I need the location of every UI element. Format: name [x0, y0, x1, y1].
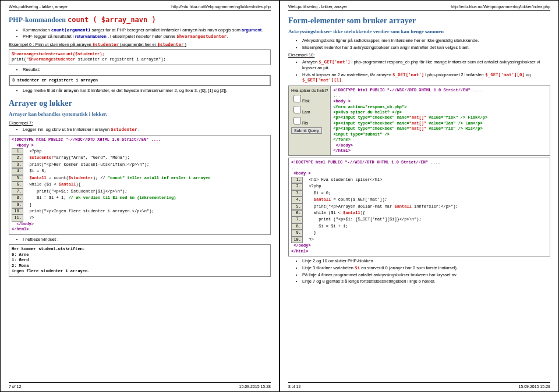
page-7: Web-publisering - løkker, arrayer http:/… — [0, 0, 280, 392]
bullet: På linje 4 finner programmet antallet av… — [302, 272, 550, 278]
bullet: Legg merke til at når arrayen har 3 innf… — [23, 88, 271, 94]
example-6-label: Eksempel 6 : Finn ut størrelsen på array… — [9, 42, 271, 48]
bullet: PHP- legger så resultatet i returvariabe… — [23, 34, 271, 40]
page-header: Web-publisering - løkker, arrayer http:/… — [9, 4, 271, 11]
bullet: Linje 2 og 10 omslutter PHP-blokken — [302, 258, 550, 264]
form-preview: Hva spiser du helst? Fisk Lam Ris Submit… — [289, 86, 331, 155]
section-count-title: PHP-kommandoen count ( $array_navn ) — [9, 16, 271, 25]
checkbox-fisk[interactable] — [293, 95, 301, 102]
output-box: Her kommer student-utskriften: 0: Arne 1… — [9, 244, 271, 276]
page-footer: 7 of 12 15.09.2015 15:28 — [9, 382, 271, 389]
section-form-elements: Form-elementer som bruker arrayer — [288, 16, 550, 26]
subheading: Arrayer kan behandles systematisk i løkk… — [9, 111, 271, 118]
bullet: Eksemplet nedenfor har 3 avkryssingsboks… — [302, 45, 550, 51]
form-and-code: Hva spiser du helst? Fisk Lam Ris Submit… — [288, 85, 550, 156]
page-header: Web-publisering - løkker, arrayer http:/… — [288, 4, 550, 11]
response-code: <!DOCTYPE html PUBLIC "-//W3C//DTD XHTML… — [288, 158, 550, 256]
checkbox-lam[interactable] — [293, 106, 301, 113]
example-10-label: Eksempel 10: — [288, 52, 550, 58]
example-7-label: Eksempel 7: — [9, 120, 271, 126]
checkbox-ris[interactable] — [293, 117, 301, 124]
code-box: $hvormangestudenter=count($studenter); p… — [9, 49, 271, 65]
bullet: Legger inn, og skriv ut tre innførsler i… — [23, 127, 271, 133]
subheading: Avkryssingsbokser- ikke utelukkende verd… — [288, 28, 550, 35]
result-box: 3 studenter er registrert i arrayen — [9, 75, 271, 86]
bullet: Arrayen $_GET['mat'] i php-programmet re… — [302, 59, 550, 71]
section-arrays-loops: Arrayer og løkker — [9, 98, 271, 109]
header-url: http://edu.hioa.no/Webprogrammering/lokk… — [171, 4, 271, 9]
bullet: Linje 7 og 8 gjentas s å lenge fortsette… — [302, 279, 550, 284]
page-8: Web-publisering - løkker, arrayer http:/… — [280, 0, 559, 392]
submit-button[interactable]: Submit Query — [291, 127, 322, 134]
code-box-ex7: <!DOCTYPE html PUBLIC "-//W3C//DTD XHTML… — [9, 135, 271, 235]
bullet: Resultat: — [23, 67, 271, 73]
header-title: Web-publisering - løkker, arrayer — [9, 4, 68, 9]
bullet: Kommandoen count(argument) sørger for at… — [23, 27, 271, 33]
bullet-list: Kommandoen count(argument) sørger for at… — [9, 27, 271, 40]
bullet: Linje 3 tilordner variabelen $i en starv… — [302, 265, 550, 271]
bullet: Avkryssingsboks ligner på radioknapper, … — [302, 38, 550, 44]
bullet: Hvis vi krysser av 2 av matrettene, får … — [302, 72, 550, 84]
form-code: <!DOCTYPE html PUBLIC "-//W3C//DTD XHTML… — [331, 86, 550, 155]
page-footer: 8 of 12 15.09.2015 15:28 — [288, 382, 550, 389]
bullet: I nettleservinduet : — [23, 237, 271, 243]
